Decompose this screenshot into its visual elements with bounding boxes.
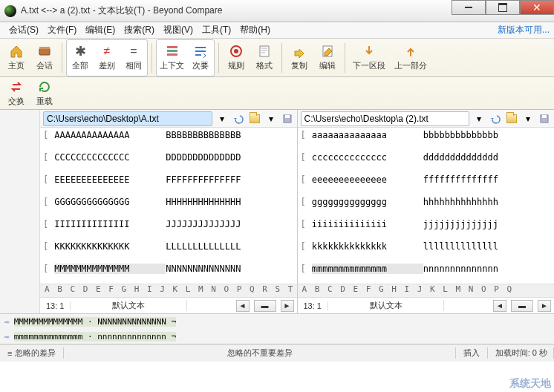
left-content[interactable]: [AAAAAAAAAAAAAABBBBBBBBBBBBBB[CCCCCCCCCC… [40,128,297,284]
text-line[interactable]: [eeeeeeeeeeeeeeffffffffffffff [298,172,555,187]
left-pane: ▾ ▾ [AAAAAAAAAAAAAABBBBBBBBBBBBBB[CCCCCC… [40,110,298,313]
scroll-left-icon[interactable]: ◄ [236,300,250,312]
svg-point-6 [234,49,238,53]
diff-line-top: ⇨MMMMMMMMMMMMMM · NNNNNNNNNNNNNN ¬ [0,314,554,329]
text-line[interactable]: [IIIIIIIIIIIIIIJJJJJJJJJJJJJJ [40,217,297,232]
right-ruler: A B C D E F G H I J K L M N O P Q [298,284,555,297]
menu-edit[interactable]: 编辑(E) [81,22,120,38]
text-line[interactable]: [kkkkkkkkkkkkkkllllllllllllll [298,239,555,254]
right-content[interactable]: [aaaaaaaaaaaaaabbbbbbbbbbbbbb[cccccccccc… [298,128,555,284]
workspace: ▾ ▾ [AAAAAAAAAAAAAABBBBBBBBBBBBBB[CCCCCC… [0,110,554,313]
prev-section-button[interactable]: 上一部分 [391,40,431,76]
text-line[interactable]: [AAAAAAAAAAAAAABBBBBBBBBBBBBB [40,128,297,143]
right-undo-icon[interactable] [489,112,502,125]
right-pos: 13: 1 [298,301,328,310]
left-dropdown-icon[interactable]: ▾ [215,112,229,125]
status-insert: 插入 [456,347,488,359]
menu-bar: 会话(S) 文件(F) 编辑(E) 搜索(R) 视图(V) 工具(T) 帮助(H… [0,22,554,39]
right-path-input[interactable] [301,111,470,126]
diff-strip: ⇨MMMMMMMMMMMMMM · NNNNNNNNNNNNNN ¬ ⇨mmmm… [0,313,554,344]
left-more-icon[interactable]: ▾ [264,112,278,125]
status-ignored: ≡忽略的差异 [0,347,64,359]
update-link[interactable]: 新版本可用... [498,24,550,36]
right-path-bar: ▾ ▾ [298,110,555,128]
svg-rect-4 [167,53,177,56]
reload-button[interactable]: 重载 [31,76,58,111]
left-path-bar: ▾ ▾ [40,110,297,128]
status-nonimportant: 忽略的不重要差异 [64,347,455,359]
scroll-left-icon[interactable]: ◄ [493,300,506,312]
home-button[interactable]: 主页 [3,40,30,76]
menu-file[interactable]: 文件(F) [43,22,81,38]
window-title: A.txt <--> a (2).txt - 文本比较(T) - Beyond … [21,4,222,17]
rules-button[interactable]: 规则 [223,40,250,76]
next-section-button[interactable]: 下一区段 [349,40,389,76]
right-dropdown-icon[interactable]: ▾ [472,112,486,125]
svg-rect-0 [39,48,50,55]
text-line[interactable]: [CCCCCCCCCCCCCCDDDDDDDDDDDDDD [40,150,297,165]
text-line[interactable]: [gggggggggggggghhhhhhhhhhhhhh [298,195,555,209]
session-button[interactable]: 会话 [31,40,58,76]
diff-button[interactable]: ≠差别 [94,40,120,76]
status-bar: ≡忽略的差异 忽略的不重要差异 插入 加载时间: 0 秒 [0,344,554,362]
svg-rect-1 [39,47,50,49]
left-path-input[interactable] [43,111,212,126]
text-line[interactable]: [EEEEEEEEEEEEEEFFFFFFFFFFFFFF [40,172,297,187]
close-button[interactable]: ✕ [520,0,554,15]
minor-button[interactable]: 次要 [187,40,214,76]
app-icon [4,5,16,17]
left-encoding: 默认文本 [71,300,187,311]
right-pane: ▾ ▾ [aaaaaaaaaaaaaabbbbbbbbbbbbbb[cccccc… [298,110,555,313]
title-bar: A.txt <--> a (2).txt - 文本比较(T) - Beyond … [0,0,554,22]
svg-rect-12 [542,115,547,118]
text-line[interactable]: [GGGGGGGGGGGGGGHHHHHHHHHHHHHH [40,195,297,209]
text-line[interactable]: [KKKKKKKKKKKKKKLLLLLLLLLLLLLL [40,239,297,254]
text-line[interactable]: [ccccccccccccccdddddddddddddd [298,150,555,165]
svg-rect-3 [167,50,177,52]
context-button[interactable]: 上下文 [157,40,187,76]
svg-rect-2 [167,46,177,48]
minimize-button[interactable] [452,0,486,15]
format-button[interactable]: 格式 [251,40,278,76]
diff-line-bottom: ⇨mmmmmmmmmmmmmm · nnnnnnnnnnnnnn ¬ [0,329,554,344]
right-open-icon[interactable] [505,112,518,125]
scroll-thumb[interactable]: ▬ [511,300,533,312]
all-button[interactable]: ✱全部 [67,40,94,76]
status-time: 加载时间: 0 秒 [488,347,554,359]
sub-toolbar: 交换 重载 [0,77,554,110]
menu-session[interactable]: 会话(S) [4,22,43,38]
left-ruler: A B C D E F G H I J K L M N O P Q R S T … [40,284,297,297]
scroll-right-icon[interactable]: ► [538,300,551,312]
menu-search[interactable]: 搜索(R) [120,22,159,38]
left-pos: 13: 1 [40,301,71,310]
edit-button[interactable]: 编辑 [314,40,341,76]
text-line[interactable]: [iiiiiiiiiiiiiijjjjjjjjjjjjjj [298,217,555,232]
swap-button[interactable]: 交换 [3,76,30,111]
same-button[interactable]: =相同 [120,40,147,76]
right-save-icon[interactable] [538,112,551,125]
menu-view[interactable]: 视图(V) [159,22,198,38]
text-line[interactable]: [aaaaaaaaaaaaaabbbbbbbbbbbbbb [298,128,555,143]
svg-rect-7 [260,46,269,56]
svg-rect-10 [285,115,290,118]
left-save-icon[interactable] [281,112,294,125]
left-undo-icon[interactable] [232,112,245,125]
overview-gutter[interactable] [0,110,40,313]
left-strip: 13: 1 默认文本 ◄▬► [40,297,297,313]
watermark: 系统天地 [509,377,551,391]
right-encoding: 默认文本 [328,300,445,311]
text-line[interactable]: [mmmmmmmmmmmmmmnnnnnnnnnnnnnn [298,261,555,276]
menu-help[interactable]: 帮助(H) [235,22,275,38]
menu-tools[interactable]: 工具(T) [198,22,235,38]
text-line[interactable]: [MMMMMMMMMMMMMMNNNNNNNNNNNNNN [40,261,297,276]
right-more-icon[interactable]: ▾ [521,112,535,125]
maximize-button[interactable] [486,0,520,15]
right-strip: 13: 1 默认文本 ◄▬► [298,297,555,313]
copy-button[interactable]: 复制 [286,40,313,76]
left-open-icon[interactable] [248,112,261,125]
scroll-thumb[interactable]: ▬ [254,300,276,312]
main-toolbar: 主页 会话 ✱全部 ≠差别 =相同 上下文 次要 规则 格式 复制 编辑 下一区… [0,39,554,77]
scroll-right-icon[interactable]: ► [281,300,294,312]
